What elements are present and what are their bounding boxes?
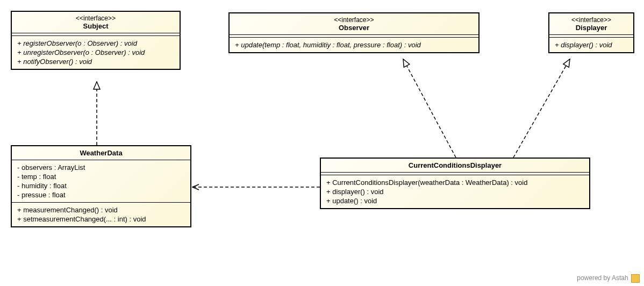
operation: + measurementChanged() : void	[17, 205, 185, 215]
class-name: CurrentConditionsDisplayer	[326, 161, 584, 169]
operations-section: + CurrentConditionsDisplayer(weatherData…	[321, 175, 589, 208]
footer-text: powered by Astah	[577, 274, 628, 282]
class-displayer: <<interface>> Displayer + displayer() : …	[548, 12, 634, 53]
class-header: <<interface>> Displayer	[549, 13, 633, 35]
operation: + displayer() : void	[555, 40, 628, 49]
class-name: Displayer	[555, 24, 628, 32]
attributes-section: - observers : ArrayList - temp : float -…	[12, 160, 190, 203]
footer: powered by Astah	[577, 274, 640, 283]
operation: + registerObserver(o : Observer) : void	[17, 39, 174, 48]
operation: + displayer() : void	[326, 187, 584, 196]
class-subject: <<interface>> Subject + registerObserver…	[11, 11, 181, 70]
class-header: WeatherData	[12, 146, 190, 160]
class-header: <<interface>> Observer	[230, 13, 478, 35]
class-currentconditions: CurrentConditionsDisplayer + CurrentCond…	[320, 158, 590, 209]
stereotype-label: <<interface>>	[555, 16, 628, 24]
realization-ccd-observer	[403, 59, 456, 158]
operation: + setmeasurementChanged(... : int) : voi…	[17, 215, 185, 224]
operation: + notifyObserver() : void	[17, 57, 174, 66]
attribute: - humidity : float	[17, 181, 185, 190]
class-header: CurrentConditionsDisplayer	[321, 159, 589, 173]
operations-section: + update(temp : float, humiditiy : float…	[230, 38, 478, 52]
stereotype-label: <<interface>>	[17, 15, 174, 22]
class-name: Observer	[235, 24, 473, 32]
operation: + CurrentConditionsDisplayer(weatherData…	[326, 178, 584, 187]
operations-section: + registerObserver(o : Observer) : void …	[12, 36, 180, 69]
realization-ccd-displayer	[513, 59, 570, 158]
operations-section: + displayer() : void	[549, 38, 633, 52]
operation: + unregisterObserver(o : Observer) : voi…	[17, 48, 174, 57]
stereotype-label: <<interface>>	[235, 16, 473, 24]
class-name: Subject	[17, 22, 174, 30]
attribute: - temp : float	[17, 172, 185, 181]
attribute: - observers : ArrayList	[17, 163, 185, 172]
operation: + update() : void	[326, 196, 584, 205]
astah-logo-icon	[631, 274, 640, 283]
class-header: <<interface>> Subject	[12, 12, 180, 33]
class-weatherdata: WeatherData - observers : ArrayList - te…	[11, 145, 191, 227]
class-observer: <<interface>> Observer + update(temp : f…	[228, 12, 480, 53]
operation: + update(temp : float, humiditiy : float…	[235, 40, 473, 49]
attribute: - pressue : float	[17, 190, 185, 199]
class-name: WeatherData	[17, 149, 185, 157]
operations-section: + measurementChanged() : void + setmeasu…	[12, 203, 190, 226]
